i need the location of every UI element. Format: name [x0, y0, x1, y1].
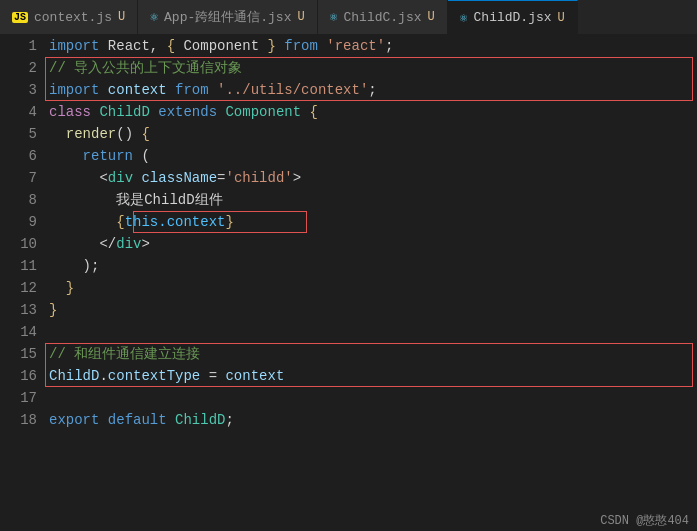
- code-line: // 和组件通信建立连接: [49, 343, 697, 365]
- token: [49, 192, 116, 208]
- token: [99, 412, 107, 428]
- tab-label: ChildD.jsx: [474, 10, 552, 25]
- token: 'react': [326, 38, 385, 54]
- code-line: 我是ChildD组件: [49, 189, 697, 211]
- token: this.context: [125, 214, 226, 230]
- line-number: 18: [8, 409, 37, 431]
- token: [49, 214, 116, 230]
- line-numbers: 123456789101112131415161718: [0, 35, 45, 531]
- line-number: 13: [8, 299, 37, 321]
- token: className: [141, 170, 217, 186]
- token: [49, 280, 66, 296]
- code-area: import React, { Component } from 'react'…: [45, 35, 697, 531]
- code-line: [49, 321, 697, 343]
- line-number: 16: [8, 365, 37, 387]
- token: ChildD: [99, 104, 149, 120]
- token: {: [116, 214, 124, 230]
- token: import: [49, 82, 99, 98]
- tab-context-js[interactable]: JScontext.jsU: [0, 0, 138, 34]
- token: </: [99, 236, 116, 252]
- token: [49, 126, 66, 142]
- token: }: [66, 280, 74, 296]
- token: ;: [225, 412, 233, 428]
- token: <: [99, 170, 107, 186]
- token: 'childd': [225, 170, 292, 186]
- tab-app-jsx[interactable]: ⚛App-跨组件通信.jsxU: [138, 0, 317, 34]
- token: (: [133, 148, 150, 164]
- token: from: [175, 82, 209, 98]
- code-line: class ChildD extends Component {: [49, 101, 697, 123]
- token: (): [116, 126, 141, 142]
- token: import: [49, 38, 99, 54]
- react-icon: ⚛: [330, 9, 338, 25]
- tab-modified: U: [297, 10, 304, 24]
- tab-modified: U: [558, 11, 565, 25]
- tab-modified: U: [118, 10, 125, 24]
- line-number: 5: [8, 123, 37, 145]
- line-number: 3: [8, 79, 37, 101]
- token: }: [49, 302, 57, 318]
- token: // 和组件通信建立连接: [49, 346, 200, 362]
- editor: 123456789101112131415161718 import React…: [0, 35, 697, 531]
- token: context: [225, 368, 284, 384]
- line-number: 12: [8, 277, 37, 299]
- code-line: render() {: [49, 123, 697, 145]
- line-number: 9: [8, 211, 37, 233]
- token: Component: [175, 38, 267, 54]
- token: [209, 82, 217, 98]
- code-line: }: [49, 299, 697, 321]
- editor-container: JScontext.jsU⚛App-跨组件通信.jsxU⚛ChildC.jsxU…: [0, 0, 697, 531]
- line-number: 8: [8, 189, 37, 211]
- token: export: [49, 412, 99, 428]
- token: .: [99, 368, 107, 384]
- token: [49, 148, 83, 164]
- token: [167, 412, 175, 428]
- token: [301, 104, 309, 120]
- tab-childc-jsx[interactable]: ⚛ChildC.jsxU: [318, 0, 448, 34]
- line-number: 11: [8, 255, 37, 277]
- token: ;: [385, 38, 393, 54]
- code-line: </div>: [49, 233, 697, 255]
- tab-childd-jsx[interactable]: ⚛ChildD.jsxU: [448, 0, 578, 34]
- react-icon: ⚛: [150, 9, 158, 25]
- code-line: import context from '../utils/context';: [49, 79, 697, 101]
- attribution: CSDN @憨憨404: [600, 514, 689, 528]
- code-line: ChildD.contextType = context: [49, 365, 697, 387]
- tab-label: context.js: [34, 10, 112, 25]
- token: ChildD: [49, 368, 99, 384]
- code-line: <div className='childd'>: [49, 167, 697, 189]
- token: ChildD: [175, 412, 225, 428]
- line-number: 6: [8, 145, 37, 167]
- token: );: [49, 258, 99, 274]
- token: ;: [368, 82, 376, 98]
- token: React,: [99, 38, 166, 54]
- token: render: [66, 126, 116, 142]
- tab-label: ChildC.jsx: [344, 10, 422, 25]
- token: {: [310, 104, 318, 120]
- token: Component: [225, 104, 301, 120]
- code-line: [49, 387, 697, 409]
- code-line: {this.context}: [49, 211, 697, 233]
- code-line: }: [49, 277, 697, 299]
- line-number: 2: [8, 57, 37, 79]
- code-line: export default ChildD;: [49, 409, 697, 431]
- token: '../utils/context': [217, 82, 368, 98]
- token: [150, 104, 158, 120]
- token: }: [225, 214, 233, 230]
- token: extends: [158, 104, 217, 120]
- token: {: [141, 126, 149, 142]
- code-line: // 导入公共的上下文通信对象: [49, 57, 697, 79]
- token: div: [108, 170, 133, 186]
- code-line: );: [49, 255, 697, 277]
- token: context: [108, 82, 167, 98]
- code-line: import React, { Component } from 'react'…: [49, 35, 697, 57]
- line-number: 14: [8, 321, 37, 343]
- token: {: [167, 38, 175, 54]
- token: [49, 170, 99, 186]
- react-icon: ⚛: [460, 10, 468, 26]
- token: default: [108, 412, 167, 428]
- line-number: 17: [8, 387, 37, 409]
- line-number: 7: [8, 167, 37, 189]
- token: class: [49, 104, 91, 120]
- token: =: [200, 368, 225, 384]
